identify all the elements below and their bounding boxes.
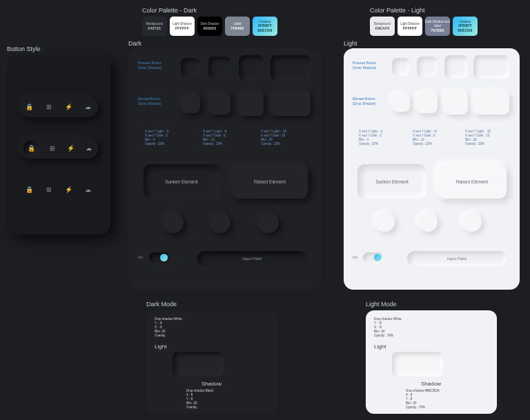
- raised-element-light[interactable]: Raised Element: [438, 164, 507, 199]
- dark-mode-bot-spec: Drop shadow Black: X : 8 Y : 8 Blur :20 …: [186, 389, 214, 410]
- toggle-knob: [160, 254, 168, 261]
- pressed-sq-sm-light[interactable]: [392, 58, 410, 76]
- input-field-light[interactable]: Input Field: [407, 251, 507, 266]
- light-mode-light-label: Light: [374, 343, 386, 350]
- palette-light: BackgroundE9EAF0Light ShadowFFFFFFDark S…: [370, 17, 478, 36]
- circle-1[interactable]: [163, 212, 184, 233]
- pressed-sq-lg-light[interactable]: [444, 55, 468, 79]
- toggle-switch[interactable]: [149, 252, 170, 263]
- grid-icon[interactable]: ⊞: [44, 185, 54, 194]
- dark-mode-shadow-label: Shadow: [202, 381, 222, 387]
- circle-2-light[interactable]: [418, 212, 438, 232]
- raise-rect[interactable]: [271, 91, 311, 116]
- light-mode-bot-spec: Drop shadow #BECBD9: X : 8 Y : 8 Blur :2…: [406, 389, 440, 410]
- input-field[interactable]: Input Field: [197, 251, 306, 266]
- light-mode-inner: [392, 352, 443, 377]
- sunken-element-light[interactable]: Sunken Element: [357, 164, 426, 199]
- raise-sq-sm-light[interactable]: [392, 94, 410, 112]
- swatch-E9EAF0: BackgroundE9EAF0: [370, 17, 395, 36]
- raise-sq-sm[interactable]: [181, 94, 200, 113]
- light-title: Light: [344, 40, 357, 47]
- palette-dark-title: Color Palette - Dark: [142, 7, 197, 14]
- elevate-label-light: Elevate Button (Drop Shadow): [353, 97, 376, 106]
- light-mode-title: Light Mode: [366, 301, 397, 308]
- pressed-sq-lg[interactable]: [239, 55, 264, 80]
- grid-icon[interactable]: ⊞: [48, 143, 57, 153]
- bolt-icon[interactable]: ⚡: [63, 102, 73, 112]
- raise-rect-light[interactable]: [473, 91, 509, 114]
- spec-1-light: X and Y Light : -2 X and Y Dark : 2 Blur…: [359, 130, 383, 146]
- bolt-icon-active[interactable]: ⚡: [63, 185, 73, 194]
- swatch-7F8493: Label7F8493: [225, 17, 250, 36]
- button-style-card: 🔒 ⊞ ⚡ ☁ 🔒 ⊞ ⚡ ☁ 🔒 ⊞ ⚡ ☁: [7, 55, 110, 234]
- circle-3[interactable]: [258, 212, 279, 233]
- spec-1: X and Y Light : -2 X and Y Dark : 2 Blur…: [145, 130, 169, 146]
- toggle-label-light: On: [353, 255, 357, 259]
- light-mode-card: Drop shadow White: Y : -8 X : -8 Blur :2…: [366, 310, 497, 414]
- lock-icon[interactable]: 🔒: [24, 185, 34, 194]
- button-row-2: 🔒 ⊞ ⚡ ☁: [19, 138, 98, 159]
- raise-sq-lg-light[interactable]: [444, 91, 468, 114]
- toggle-knob-light: [374, 254, 382, 261]
- raised-element[interactable]: Raised Element: [232, 164, 308, 199]
- pressed-sq-sm[interactable]: [181, 58, 200, 77]
- swatch-000000: Dark Shadow000000: [197, 17, 222, 36]
- dark-mode-top-spec: Drop shadow White: Y : -8 X : -8 Blur :2…: [155, 317, 183, 338]
- grid-icon[interactable]: ⊞: [44, 102, 54, 112]
- dark-mode-card: Drop shadow White: Y : -8 X : -8 Blur :2…: [146, 310, 277, 414]
- lock-icon[interactable]: 🔒: [24, 102, 34, 112]
- light-panel: Pressed Button (Inner Shadow) Elevate Bu…: [344, 48, 520, 290]
- dark-mode-title: Dark Mode: [146, 301, 177, 308]
- dark-mode-light-label: Light: [155, 343, 166, 350]
- raise-sq-md-light[interactable]: [417, 92, 438, 113]
- pressed-rect[interactable]: [271, 55, 311, 80]
- swatch-757E95: Dark Shadow and label757E95: [425, 17, 450, 36]
- spec-2: X and Y Light : -6 X and Y Dark : 6 Blur…: [203, 130, 227, 146]
- dark-panel: Pressed Button (Inner Shadow) Elevate Bu…: [128, 48, 322, 290]
- sunken-element[interactable]: Sunken Element: [144, 164, 219, 199]
- cloud-icon[interactable]: ☁: [84, 143, 94, 153]
- bolt-icon[interactable]: ⚡: [66, 143, 75, 153]
- swatch-FFFFFF: Light ShadowFFFFFF: [170, 17, 195, 36]
- button-style-title: Button Style: [7, 46, 41, 52]
- light-mode-top-spec: Drop shadow White: Y : -8 X : -8 Blur :2…: [374, 317, 402, 338]
- button-row-1: 🔒 ⊞ ⚡ ☁: [19, 97, 98, 117]
- cloud-icon[interactable]: ☁: [84, 185, 93, 194]
- pressed-label-light: Pressed Button (Inner Shadow): [353, 61, 376, 70]
- swatch-FFFFFF: Light ShadowFFFFFF: [398, 17, 422, 36]
- circle-2[interactable]: [210, 212, 230, 233]
- swatch-2FB8FF-9EECD9: Gradient2FB8FF 9EECD9: [453, 17, 478, 36]
- palette-dark: Background24272CLight ShadowFFFFFFDark S…: [142, 17, 277, 36]
- dark-title: Dark: [128, 40, 141, 47]
- toggle-switch-light[interactable]: [363, 252, 384, 263]
- spec-3: X and Y Light : -10 X and Y Dark : 10 Bl…: [261, 130, 286, 146]
- spec-3-light: X and Y Light : -10 X and Y Dark : 10 Bl…: [465, 130, 491, 146]
- pressed-label: Pressed Button (Inner Shadow): [138, 61, 161, 70]
- pressed-sq-md[interactable]: [208, 57, 230, 79]
- swatch-2FB8FF-9EECD9: Gradient2FB8FF 9EECD9: [253, 17, 277, 36]
- raise-sq-md[interactable]: [208, 92, 230, 114]
- elevate-label: Elevate Button (Drop Shadow): [138, 97, 161, 106]
- cloud-icon[interactable]: ☁: [84, 102, 93, 112]
- pressed-rect-light[interactable]: [473, 55, 509, 79]
- spec-2-light: X and Y Light : -6 X and Y Dark : 6 Blur…: [413, 130, 437, 146]
- lock-icon-active[interactable]: 🔒: [23, 141, 39, 156]
- circle-1-light[interactable]: [375, 212, 395, 232]
- toggle-label: On: [138, 255, 143, 259]
- pressed-sq-md-light[interactable]: [417, 57, 438, 77]
- raise-sq-lg[interactable]: [239, 91, 264, 116]
- button-row-3: 🔒 ⊞ ⚡ ☁: [19, 179, 98, 200]
- circle-3-light[interactable]: [462, 212, 482, 232]
- swatch-24272C: Background24272C: [142, 17, 167, 36]
- palette-light-title: Color Palette - Light: [370, 7, 425, 14]
- light-mode-shadow-label: Shadow: [421, 381, 441, 387]
- dark-mode-inner: [173, 352, 224, 377]
